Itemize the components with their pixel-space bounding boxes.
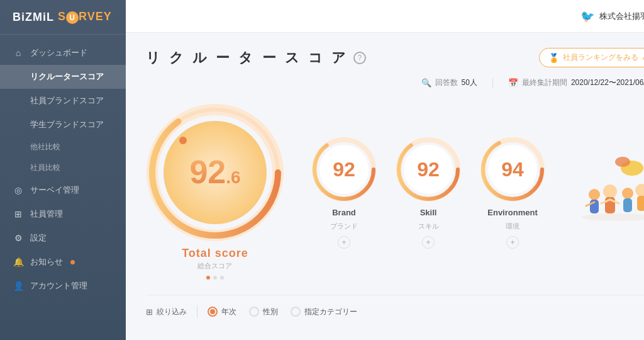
svg-rect-23	[637, 196, 644, 211]
sidebar-item-recruiter-score[interactable]: リクルータースコア	[0, 65, 126, 89]
sidebar-item-account[interactable]: 👤 アカウント管理	[0, 274, 126, 298]
stats-divider	[492, 78, 493, 88]
notification-badge	[70, 260, 75, 264]
environment-expand-button[interactable]: +	[506, 236, 519, 249]
filter-options: 年次 性別 指定カテゴリー	[208, 307, 357, 317]
radio-category	[291, 307, 301, 317]
company-name: 株式会社揚羽	[599, 11, 644, 22]
dot-1	[206, 276, 210, 280]
svg-point-22	[635, 184, 644, 196]
responses-label: 回答数	[435, 77, 458, 88]
filter-year-label: 年次	[221, 307, 236, 317]
account-icon: 👤	[13, 281, 24, 291]
total-score-en: Total score	[182, 247, 248, 260]
filter-option-category[interactable]: 指定カテゴリー	[291, 307, 357, 317]
help-icon[interactable]: ?	[353, 52, 366, 64]
filter-gender-label: 性別	[263, 307, 278, 317]
total-score-label: Total score 総合スコア	[182, 247, 248, 271]
sidebar-item-survey-mgmt[interactable]: ◎ サーベイ管理	[0, 178, 126, 202]
sidebar-item-label: 社員ブランドスコア	[30, 95, 104, 106]
stats-row: 🔍 回答数 50人 📅 最終集計期間 2020/12/22〜2021/06/22	[146, 77, 644, 88]
brand-score-item: 92 Brand ブランド +	[309, 135, 379, 249]
skill-expand-button[interactable]: +	[422, 236, 435, 249]
gear-icon: ⚙	[13, 233, 24, 243]
main-area: 🐦 株式会社揚羽 ∨ リ ク ル ー タ ー ス コ ア ? 🏅 社員ランキング…	[126, 0, 644, 340]
score-section: 92.6 Total score 総合スコア	[146, 103, 644, 280]
ranking-icon: 🏅	[548, 53, 559, 63]
radio-gender	[249, 307, 259, 317]
calendar-icon: 📅	[508, 78, 518, 88]
period-value: 2020/12/22〜2021/06/22	[571, 77, 644, 88]
page-title: リ ク ル ー タ ー ス コ ア ?	[146, 48, 366, 67]
sidebar-item-label: 学生ブランドスコア	[30, 119, 104, 130]
brand-score-value: 92	[333, 157, 355, 181]
sidebar-item-dashboard[interactable]: ⌂ ダッシュボード	[0, 41, 126, 65]
carousel-dots	[206, 276, 224, 280]
svg-point-27	[581, 213, 644, 221]
sub-scores: 92 Brand ブランド +	[309, 135, 547, 249]
sidebar: BiZMiL SURVEY ⌂ ダッシュボード リクルータースコア 社員ブランド…	[0, 0, 126, 340]
radio-year	[208, 307, 218, 317]
people-illustration	[572, 157, 644, 226]
filter-text: 絞り込み	[157, 307, 187, 317]
sidebar-item-label: お知らせ	[30, 256, 63, 268]
sidebar-item-label: 設定	[30, 232, 47, 244]
skill-circle: 92	[394, 135, 463, 204]
logo-u: U	[66, 11, 79, 24]
svg-point-20	[622, 188, 633, 199]
responses-value: 50人	[462, 77, 477, 88]
brand-label-en: Brand	[332, 208, 356, 217]
sidebar-nav: ⌂ ダッシュボード リクルータースコア 社員ブランドスコア 学生ブランドスコア …	[0, 35, 126, 340]
illustration	[572, 157, 644, 226]
filter-option-year[interactable]: 年次	[208, 307, 236, 317]
main-score-value: 92.6	[189, 154, 240, 190]
ranking-button[interactable]: 🏅 社員ランキングをみる ›	[539, 48, 644, 67]
sidebar-item-label: アカウント管理	[30, 280, 87, 292]
filter-option-gender[interactable]: 性別	[249, 307, 278, 317]
total-score-ja: 総合スコア	[182, 261, 248, 271]
content-area: リ ク ル ー タ ー ス コ ア ? 🏅 社員ランキングをみる › 🔍 回答数…	[126, 33, 644, 340]
sidebar-item-notifications[interactable]: 🔔 お知らせ	[0, 250, 126, 274]
filter-divider	[197, 305, 197, 318]
sidebar-subitem-label: 社員比較	[30, 162, 60, 173]
environment-circle: 94	[478, 135, 547, 204]
sidebar-item-label: ダッシュボード	[30, 47, 87, 59]
brand-circle: 92	[309, 135, 379, 204]
skill-score-item: 92 Skill スキル +	[394, 135, 463, 249]
responses-stat: 🔍 回答数 50人	[421, 77, 477, 88]
employee-mgmt-icon: ⊞	[13, 209, 24, 219]
skill-score-value: 92	[417, 157, 440, 181]
filter-icon: ⊞	[146, 307, 153, 317]
page-title-text: リ ク ル ー タ ー ス コ ア	[146, 48, 348, 67]
environment-label-en: Environment	[487, 208, 537, 217]
filter-category-label: 指定カテゴリー	[304, 307, 357, 317]
sidebar-item-employee-brand[interactable]: 社員ブランドスコア	[0, 89, 126, 113]
sidebar-item-label: 社員管理	[30, 208, 63, 220]
filter-label: ⊞ 絞り込み	[146, 307, 187, 317]
sidebar-item-employee-mgmt[interactable]: ⊞ 社員管理	[0, 202, 126, 226]
bell-icon: 🔔	[13, 257, 24, 267]
main-circle: 92.6	[146, 103, 284, 242]
brand-expand-button[interactable]: +	[338, 236, 350, 249]
svg-point-16	[589, 189, 600, 200]
sidebar-item-label: サーベイ管理	[30, 184, 79, 196]
main-score-display: 92.6	[189, 156, 240, 188]
svg-point-15	[615, 157, 630, 167]
header: 🐦 株式会社揚羽 ∨	[126, 0, 644, 33]
sidebar-item-settings[interactable]: ⚙ 設定	[0, 226, 126, 250]
dot-3	[220, 276, 224, 280]
main-score-area: 92.6 Total score 総合スコア	[146, 103, 284, 280]
logo-brand: BiZMiL	[13, 11, 54, 24]
skill-label-en: Skill	[420, 208, 437, 217]
company-selector[interactable]: 🐦 株式会社揚羽 ∨	[580, 9, 644, 23]
filter-row: ⊞ 絞り込み 年次 性別 指定カテゴリー	[146, 295, 644, 318]
sidebar-item-employee-compare[interactable]: 社員比較	[0, 157, 126, 178]
sidebar-subitem-label: 他社比較	[30, 142, 60, 152]
sidebar-item-student-brand[interactable]: 学生ブランドスコア	[0, 113, 126, 137]
logo-survey-text: SURVEY	[58, 10, 112, 24]
ranking-btn-label: 社員ランキングをみる	[563, 52, 638, 63]
environment-score-value: 94	[501, 157, 524, 181]
sidebar-item-company-compare[interactable]: 他社比較	[0, 137, 126, 157]
company-logo-icon: 🐦	[580, 9, 594, 23]
environment-score-item: 94 Environment 環境 +	[478, 135, 547, 249]
